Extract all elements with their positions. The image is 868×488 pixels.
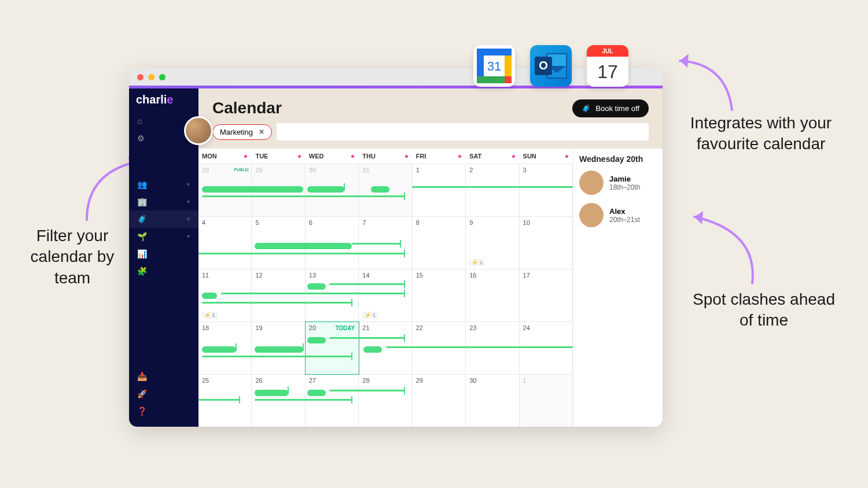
timeoff-bar[interactable] bbox=[352, 243, 400, 245]
timeoff-bar[interactable] bbox=[307, 283, 326, 290]
user-avatar[interactable] bbox=[184, 116, 213, 145]
plus-icon[interactable]: + bbox=[186, 215, 190, 223]
outlook-icon: O bbox=[530, 45, 572, 87]
timeoff-bar[interactable] bbox=[371, 186, 389, 193]
filter-chip-marketing[interactable]: Marketing ✕ bbox=[212, 124, 272, 140]
day-header: THU bbox=[359, 153, 412, 160]
timeoff-bar[interactable] bbox=[307, 186, 345, 193]
event-count-badge: ⚡ 1 bbox=[202, 312, 218, 319]
day-cell[interactable]: 26 bbox=[252, 375, 305, 427]
side-panel-title: Wednesday 20th bbox=[579, 154, 657, 164]
timeoff-bar[interactable] bbox=[307, 390, 326, 396]
day-cell[interactable]: 8 bbox=[413, 217, 466, 269]
calendar-weeks: 28PUBLIC293031123456789⚡ 11011⚡ 1121314⚡… bbox=[198, 164, 573, 427]
day-cell[interactable]: 4 bbox=[198, 217, 252, 269]
timeoff-bar[interactable] bbox=[329, 337, 404, 339]
timeoff-bar[interactable] bbox=[255, 346, 303, 353]
person-dates: 20th–21st bbox=[609, 216, 640, 224]
timeoff-bar[interactable] bbox=[363, 346, 382, 353]
plus-icon[interactable]: + bbox=[186, 198, 190, 206]
book-time-off-button[interactable]: 🧳 Book time off bbox=[572, 99, 649, 117]
timeoff-bar[interactable] bbox=[202, 293, 217, 299]
day-cell[interactable]: 15 bbox=[413, 269, 466, 321]
timeoff-bar[interactable] bbox=[329, 283, 404, 285]
timeoff-bar[interactable] bbox=[386, 346, 573, 348]
timeoff-bar[interactable] bbox=[198, 399, 240, 401]
day-cell[interactable]: 20TODAY bbox=[306, 322, 359, 374]
timeoff-bar[interactable] bbox=[202, 302, 352, 304]
logo: charlie bbox=[129, 93, 198, 106]
timeoff-bar[interactable] bbox=[198, 253, 404, 254]
week-row: 2526272829301 bbox=[198, 374, 573, 427]
inbox-icon: 📥 bbox=[137, 372, 147, 381]
day-cell[interactable]: 30 bbox=[466, 375, 519, 427]
maximize-window-icon[interactable] bbox=[159, 74, 165, 80]
event-count-badge: ⚡ 1 bbox=[362, 312, 378, 319]
day-cell[interactable]: 16 bbox=[466, 269, 519, 321]
close-window-icon[interactable] bbox=[137, 74, 144, 80]
day-cell[interactable]: 28 bbox=[359, 375, 412, 427]
plus-icon[interactable]: + bbox=[186, 232, 190, 241]
timeoff-bar[interactable] bbox=[202, 195, 404, 197]
nav-help[interactable]: ❓ bbox=[129, 402, 198, 420]
person-item[interactable]: Alex20th–21st bbox=[579, 203, 657, 227]
nav-inbox[interactable]: 📥 bbox=[129, 368, 198, 385]
timeoff-bar[interactable] bbox=[202, 186, 303, 193]
briefcase-icon: 🧳 bbox=[137, 215, 147, 224]
arrow-right-bot bbox=[677, 208, 764, 297]
google-calendar-icon: 31 bbox=[473, 45, 515, 87]
today-label: TODAY bbox=[335, 325, 355, 331]
timeoff-bar[interactable] bbox=[329, 390, 404, 391]
nav-people[interactable]: 👥+ bbox=[129, 176, 198, 193]
timeoff-bar[interactable] bbox=[255, 399, 352, 401]
timeoff-bar[interactable] bbox=[202, 346, 236, 353]
timeoff-bar[interactable] bbox=[307, 337, 326, 343]
nav-launch[interactable]: 🚀 bbox=[129, 385, 198, 402]
day-cell[interactable]: 10 bbox=[520, 217, 573, 269]
avatar bbox=[579, 203, 604, 227]
day-cell[interactable]: 23 bbox=[466, 322, 519, 374]
day-cell[interactable]: 13 bbox=[306, 269, 359, 321]
svg-rect-8 bbox=[505, 76, 512, 83]
integration-icons: 31 O JUL 17 bbox=[473, 45, 628, 87]
day-cell[interactable]: 1 bbox=[520, 375, 573, 427]
svg-rect-7 bbox=[477, 76, 505, 83]
annotation-filter: Filter your calendar by team bbox=[14, 225, 130, 289]
nav-growth[interactable]: 🌱+ bbox=[129, 228, 198, 245]
day-cell[interactable]: 1 bbox=[413, 164, 466, 216]
filter-bar: Marketing ✕ bbox=[198, 123, 663, 149]
filter-input[interactable] bbox=[277, 123, 649, 141]
nav-org[interactable]: 🏢+ bbox=[129, 193, 198, 210]
day-cell[interactable]: 17 bbox=[520, 269, 573, 321]
svg-marker-2 bbox=[694, 211, 703, 224]
day-cell[interactable]: 24 bbox=[520, 322, 573, 374]
timeoff-bar[interactable] bbox=[221, 293, 404, 294]
nav-reports[interactable]: 📊 bbox=[129, 245, 198, 263]
day-cell[interactable]: 25 bbox=[198, 375, 252, 427]
timeoff-bar[interactable] bbox=[412, 186, 573, 188]
week-row: 181920TODAY21222324 bbox=[198, 321, 573, 374]
svg-text:31: 31 bbox=[487, 59, 501, 73]
side-panel: Wednesday 20th Jamie18th–20thAlex20th–21… bbox=[573, 149, 663, 427]
day-cell[interactable]: 22 bbox=[413, 322, 466, 374]
minimize-window-icon[interactable] bbox=[148, 74, 155, 80]
plus-icon[interactable]: + bbox=[186, 180, 190, 188]
day-cell[interactable]: 2 bbox=[466, 164, 519, 216]
help-icon: ❓ bbox=[137, 406, 147, 416]
timeoff-bar[interactable] bbox=[255, 243, 352, 249]
home-icon: ⌂ bbox=[137, 116, 142, 125]
day-cell[interactable]: 3 bbox=[520, 164, 573, 216]
day-cell[interactable]: 9⚡ 1 bbox=[466, 217, 519, 269]
nav-integrations[interactable]: 🧩 bbox=[129, 263, 198, 280]
nav-calendar[interactable]: 🧳+ bbox=[129, 210, 198, 228]
person-item[interactable]: Jamie18th–20th bbox=[579, 171, 657, 195]
puzzle-icon: 🧩 bbox=[137, 267, 147, 276]
day-cell[interactable]: 12 bbox=[252, 269, 305, 321]
building-icon: 🏢 bbox=[137, 197, 147, 206]
timeoff-bar[interactable] bbox=[255, 390, 288, 396]
svg-text:O: O bbox=[539, 59, 548, 72]
remove-filter-icon[interactable]: ✕ bbox=[259, 128, 264, 136]
day-cell[interactable]: 29 bbox=[413, 375, 466, 427]
sidebar: charlie ⌂ ⚙ 👥+ 🏢+ 🧳+ 🌱+ 📊 🧩 📥 🚀 ❓ bbox=[129, 88, 198, 427]
timeoff-bar[interactable] bbox=[202, 356, 352, 357]
